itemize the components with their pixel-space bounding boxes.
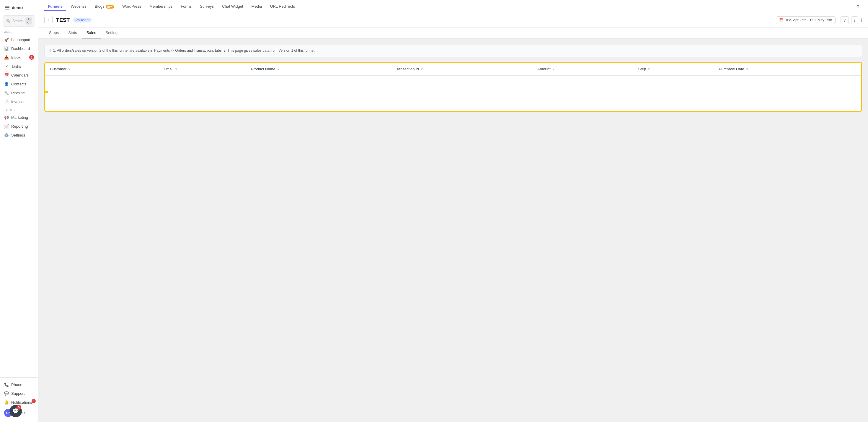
sidebar-label-dashboard: Dashboard	[11, 47, 30, 51]
sidebar-label-settings: Settings	[11, 133, 25, 137]
sidebar-item-dashboard[interactable]: 📊 Dashboard	[0, 44, 38, 53]
sidebar-item-launchpad[interactable]: 🚀 Launchpad	[0, 35, 38, 44]
transaction-id-col-label: Transaction Id	[395, 67, 419, 71]
tab-steps[interactable]: Steps	[44, 27, 63, 38]
sidebar-label-notifications: Notifications	[11, 400, 32, 404]
sales-table-container: Customer ∨ Email ∨ Produ	[44, 62, 862, 112]
sidebar-item-contacts[interactable]: 👤 Contacts	[0, 80, 38, 88]
product-name-col-label: Product Name	[251, 67, 275, 71]
sidebar-label-tasks: Tasks	[11, 64, 21, 68]
app-logo: demo	[0, 3, 38, 13]
reporting-icon: 📈	[4, 124, 9, 129]
purchase-date-col-label: Purchase Date	[719, 67, 744, 71]
nav-websites[interactable]: Websites	[67, 2, 90, 10]
sidebar-item-reporting[interactable]: 📈 Reporting	[0, 122, 38, 131]
search-bar[interactable]: 🔍 Search ctrl K	[3, 16, 35, 27]
col-email[interactable]: Email ∨	[159, 63, 246, 76]
tasks-icon: ✓	[4, 64, 9, 68]
sidebar-item-invoices[interactable]: 📄 Invoices	[0, 97, 38, 106]
col-customer[interactable]: Customer ∨	[45, 63, 159, 76]
step-sort-icon: ∨	[648, 67, 650, 71]
divider	[838, 17, 838, 23]
info-button[interactable]: ℹ	[861, 18, 862, 23]
nav-forms[interactable]: Forms	[177, 2, 195, 10]
sidebar-label-calendars: Calendars	[11, 73, 29, 78]
invoices-icon: 📄	[4, 99, 9, 104]
tab-stats[interactable]: Stats	[63, 27, 82, 38]
nav-media[interactable]: Media	[248, 2, 266, 10]
content-area: ℹ 1. All orders/sales on version 2 of th…	[38, 39, 868, 422]
sidebar-label-invoices: Invoices	[11, 100, 25, 104]
version-badge: Version 2	[73, 18, 92, 23]
sidebar-item-calendars[interactable]: 📅 Calendars	[0, 71, 38, 80]
back-button[interactable]: ‹	[44, 16, 53, 24]
launchpad-icon: 🚀	[4, 37, 9, 42]
contacts-icon: 👤	[4, 82, 9, 86]
chat-notification-badge: 5	[17, 405, 21, 410]
sidebar-item-pipeline[interactable]: 🔧 Pipeline	[0, 88, 38, 97]
transaction-sort-icon: ∨	[421, 67, 423, 71]
header-right: 📅 Tue, Apr 25th - Thu, May 25th ∨ ↓ ℹ	[776, 16, 862, 24]
table-header: Customer ∨ Email ∨ Produ	[45, 63, 861, 76]
col-transaction-id[interactable]: Transaction Id ∨	[390, 63, 533, 76]
sidebar-label-phone: Phone	[11, 383, 23, 387]
sidebar-item-settings[interactable]: ⚙️ Settings	[0, 131, 38, 139]
app-name: demo	[12, 5, 23, 10]
sidebar-item-marketing[interactable]: 📢 Marketing	[0, 113, 38, 122]
sidebar-item-inbox[interactable]: 📥 Inbox 1	[0, 53, 38, 62]
sidebar-label-marketing: Marketing	[11, 115, 28, 120]
date-range-picker[interactable]: 📅 Tue, Apr 25th - Thu, May 25th	[776, 16, 836, 24]
sidebar-label-inbox: Inbox	[11, 55, 21, 60]
support-icon: 💬	[4, 391, 9, 396]
sidebar-label-reporting: Reporting	[11, 124, 28, 129]
nav-chat-widget[interactable]: Chat Widget	[218, 2, 247, 10]
gear-button[interactable]: ⚙	[854, 2, 862, 11]
sales-table: Customer ∨ Email ∨ Produ	[45, 63, 861, 111]
date-range-text: Tue, Apr 25th - Thu, May 25th	[785, 18, 832, 22]
inbox-badge: 1	[29, 55, 34, 60]
tab-settings[interactable]: Settings	[101, 27, 124, 38]
table-body	[45, 76, 861, 111]
col-amount[interactable]: Amount ∨	[533, 63, 633, 76]
sidebar-item-support[interactable]: 💬 Support	[0, 389, 38, 398]
step-col-label: Step	[638, 67, 646, 71]
calendar-icon: 📅	[779, 18, 783, 22]
notifications-icon: 🔔	[4, 400, 9, 404]
info-banner-text: 1. All orders/sales on version 2 of the …	[53, 49, 315, 53]
nav-memberships[interactable]: Memberships	[146, 2, 176, 10]
top-nav: Funnels Websites BlogsNew WordPress Memb…	[38, 0, 868, 13]
sidebar-label-launchpad: Launchpad	[11, 37, 30, 42]
nav-wordpress[interactable]: WordPress	[119, 2, 145, 10]
inbox-icon: 📥	[4, 55, 9, 60]
main-content: Funnels Websites BlogsNew WordPress Memb…	[38, 0, 868, 422]
sidebar-item-tasks[interactable]: ✓ Tasks	[0, 62, 38, 71]
sidebar: demo 🔍 Search ctrl K Apps 🚀 Launchpad 📊 …	[0, 0, 38, 422]
marketing-icon: 📢	[4, 115, 9, 120]
page-header: ‹ TEST Version 2 📅 Tue, Apr 25th - Thu, …	[38, 13, 868, 27]
dropdown-button[interactable]: ∨	[841, 16, 849, 24]
phone-icon: 📞	[4, 382, 9, 387]
col-product-name[interactable]: Product Name ∨	[246, 63, 390, 76]
settings-icon: ⚙️	[4, 133, 9, 137]
sidebar-item-phone[interactable]: 📞 Phone	[0, 380, 38, 389]
tab-sales[interactable]: Sales	[82, 27, 101, 38]
blogs-new-badge: New	[106, 5, 114, 8]
empty-cell	[45, 76, 861, 111]
col-purchase-date[interactable]: Purchase Date ∨	[714, 63, 861, 76]
nav-url-redirects[interactable]: URL Redirects	[267, 2, 299, 10]
nav-blogs[interactable]: BlogsNew	[91, 2, 118, 10]
sidebar-label-contacts: Contacts	[11, 82, 26, 86]
hamburger-menu[interactable]	[5, 6, 9, 9]
col-step[interactable]: Step ∨	[633, 63, 714, 76]
nav-surveys[interactable]: Surveys	[196, 2, 217, 10]
header-row: Customer ∨ Email ∨ Produ	[45, 63, 861, 76]
email-col-label: Email	[164, 67, 174, 71]
customer-sort-icon: ∨	[68, 67, 70, 71]
nav-funnels[interactable]: Funnels	[44, 2, 66, 10]
info-banner: ℹ 1. All orders/sales on version 2 of th…	[44, 45, 862, 57]
download-button[interactable]: ↓	[851, 16, 859, 24]
search-shortcut: ctrl K	[25, 18, 32, 25]
sidebar-label-support: Support	[11, 391, 25, 396]
calendars-icon: 📅	[4, 73, 9, 78]
email-sort-icon: ∨	[175, 67, 177, 71]
